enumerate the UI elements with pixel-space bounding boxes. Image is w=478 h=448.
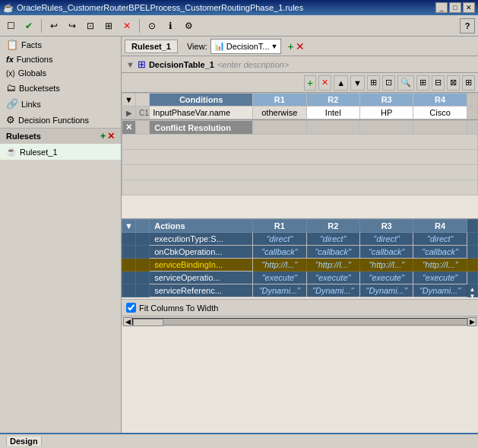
r1-value-cell[interactable]: otherwise [253,106,306,119]
move-up-button[interactable]: ▲ [334,75,348,91]
ruleset-item-1[interactable]: ☕ Ruleset_1 [0,144,121,160]
remove-ruleset-button[interactable]: ✕ [107,131,115,141]
find-button[interactable]: ⊡ [83,17,98,34]
action-val-4-r4[interactable]: "execute" [413,272,467,284]
sidebar-item-bucketsets[interactable]: 🗂 Bucketsets [0,80,121,96]
r3-value-cell[interactable]: HP [359,106,413,119]
action-val-4-r2[interactable]: "execute" [306,272,359,284]
conflict-empty-row-3 [122,165,478,180]
collapse-all-button[interactable]: ⊟ [432,75,445,91]
toolbar-separator-2 [139,19,140,33]
dt-expand-button[interactable]: ▼ [126,60,135,69]
action-val-3-r1[interactable]: "http://l..." [253,259,306,272]
minimize-button[interactable]: _ [435,2,448,13]
a3-arrow [122,259,136,272]
action-val-2-r4[interactable]: "callback" [413,246,467,259]
conflict-empty-row-2 [122,150,478,165]
redo-button[interactable]: ↪ [65,17,80,34]
action-val-2-r1[interactable]: "callback" [253,246,306,259]
fit-columns-checkbox[interactable] [126,303,136,313]
sidebar-item-decision-functions[interactable]: ⚙ Decision Functions [0,112,121,128]
action-name-5[interactable]: serviceReferenc... [150,284,253,297]
view-dropdown[interactable]: 📊 DecisionT... ▼ [211,39,282,54]
settings-button[interactable]: ⚙ [181,17,196,34]
action-row-4: serviceOperatio... "execute" "execute" "… [122,272,478,284]
main-layout: 📋 Facts fx Functions (x) Globals 🗂 Bucke… [0,37,478,433]
v-scroll-down[interactable]: ▼ [470,293,476,299]
action-val-1-r3[interactable]: "direct" [359,233,413,246]
layout-button[interactable]: ⊡ [382,75,395,91]
action-val-2-r3[interactable]: "callback" [359,246,413,259]
corner-cell: ▼ [122,94,136,106]
action-name-4[interactable]: serviceOperatio... [150,272,253,284]
action-val-1-r2[interactable]: "direct" [306,233,359,246]
grid-button[interactable]: ⊞ [101,17,116,34]
action-val-4-r3[interactable]: "execute" [359,272,413,284]
action-val-5-r1[interactable]: "Dynami..." [253,284,306,297]
action-val-3-r2[interactable]: "http://l..." [306,259,359,272]
r4-value-cell[interactable]: Cisco [413,106,467,119]
action-row-5: serviceReferenc... "Dynami..." "Dynami..… [122,284,478,297]
maximize-button[interactable]: □ [449,2,461,13]
action-val-2-r2[interactable]: "callback" [306,246,359,259]
search-button[interactable]: 🔍 [397,75,414,91]
expand-all-button[interactable]: ⊞ [416,75,429,91]
ruleset-tab-1[interactable]: Ruleset_1 [125,40,178,53]
sidebar-item-functions[interactable]: fx Functions [0,52,121,66]
refresh-button[interactable]: ⊙ [144,17,160,34]
conditions-header: Conditions [150,94,253,106]
help-button[interactable]: ? [460,18,475,33]
delete-rule-button[interactable]: ✕ [318,75,331,91]
new-button[interactable]: ☐ [3,17,18,34]
ruleset-tab-bar: Ruleset_1 View: 📊 DecisionT... ▼ + ✕ [122,37,478,56]
conflict-header: Conflict Resolution [150,121,253,135]
action-val-3-r4[interactable]: "http://l..." [413,259,467,272]
rulesets-section: Rulesets + ✕ ☕ Ruleset_1 [0,128,121,160]
filter-button[interactable]: ⊠ [447,75,460,91]
toolbar-separator-1 [41,19,42,33]
sidebar-item-globals[interactable]: (x) Globals [0,66,121,80]
save-button[interactable]: ✔ [21,17,36,34]
action-name-3[interactable]: serviceBindingIn... [150,259,253,272]
h-scroll-track[interactable] [132,318,467,326]
decision-functions-icon: ⚙ [6,114,15,126]
action-val-1-r4[interactable]: "direct" [413,233,467,246]
add-view-button[interactable]: + [287,40,293,52]
conflict-arrow[interactable]: ✕ [122,121,136,135]
remove-view-button[interactable]: ✕ [296,40,305,52]
a2-id [136,246,150,259]
bottom-tab-bar: Design [0,433,478,448]
columns-button[interactable]: ⊞ [367,75,380,91]
action-val-1-r1[interactable]: "direct" [253,233,306,246]
h-scroll-thumb[interactable] [133,319,163,326]
v-scroll-up[interactable]: ▲ [470,286,476,293]
r2-value-cell[interactable]: Intel [306,106,359,119]
title-controls: _ □ ✕ [435,2,475,13]
move-down-button[interactable]: ▼ [350,75,365,91]
action-name-2[interactable]: onCbkOperation... [150,246,253,259]
action-name-1[interactable]: executionType:S... [150,233,253,246]
sidebar-item-links[interactable]: 🔗 Links [0,96,121,112]
h-scrollbar[interactable]: ◀ ▶ [122,316,478,326]
col-header-r3: R3 [359,94,413,106]
sidebar-item-facts[interactable]: 📋 Facts [0,37,121,52]
action-val-5-r3[interactable]: "Dynami..." [359,284,413,297]
settings2-button[interactable]: ⊞ [462,75,475,91]
a-spacer [467,220,477,233]
undo-button[interactable]: ↩ [46,17,62,34]
add-ruleset-button[interactable]: + [100,131,106,141]
design-tab[interactable]: Design [6,437,42,446]
row-num-header [136,94,150,106]
add-rule-button[interactable]: + [304,75,316,91]
action-val-4-r1[interactable]: "execute" [253,272,306,284]
action-val-5-r2[interactable]: "Dynami..." [306,284,359,297]
action-val-3-r3[interactable]: "http://l..." [359,259,413,272]
h-scroll-right[interactable]: ▶ [467,317,476,326]
close-button[interactable]: ✕ [463,2,475,13]
info-button[interactable]: ℹ [163,17,178,34]
condition-name-cell[interactable]: InputPhaseVar.name [150,106,253,119]
delete-button[interactable]: ✕ [119,17,135,34]
action-val-5-r4[interactable]: "Dynami..." [413,284,467,297]
h-scroll-left[interactable]: ◀ [123,317,132,326]
actions-arrow[interactable]: ▼ [122,220,136,233]
